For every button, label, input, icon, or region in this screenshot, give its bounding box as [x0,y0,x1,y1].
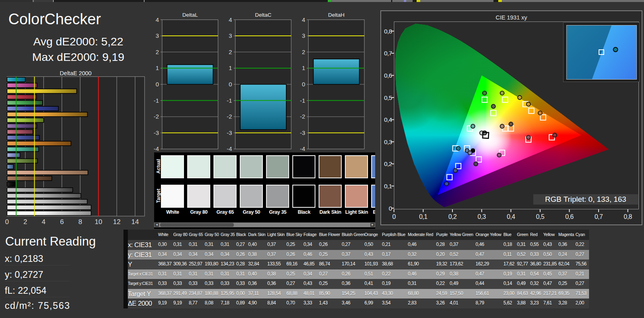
svg-text:0,7: 0,7 [384,50,392,57]
svg-text:0,6: 0,6 [384,72,392,79]
svg-text:0,6: 0,6 [565,213,574,220]
svg-text:0: 0 [392,213,396,220]
svg-text:0,5: 0,5 [384,94,392,101]
svg-text:0,1: 0,1 [419,213,427,220]
svg-text:0,3: 0,3 [478,213,486,220]
svg-text:0,4: 0,4 [384,116,392,123]
svg-text:0,5: 0,5 [536,213,544,220]
svg-text:0,1: 0,1 [384,183,392,189]
svg-text:0,8: 0,8 [624,213,632,220]
svg-text:0,8: 0,8 [384,28,392,35]
svg-text:0,7: 0,7 [595,213,603,220]
svg-text:0,2: 0,2 [384,160,392,167]
svg-text:0,2: 0,2 [448,213,457,220]
svg-text:0,3: 0,3 [384,139,392,145]
svg-text:0,4: 0,4 [507,213,515,220]
